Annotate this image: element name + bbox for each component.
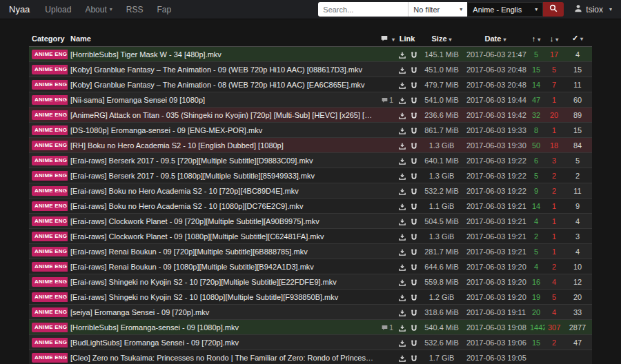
torrent-name-link[interactable]: [Erai-raws] Renai Boukun - 09 [1080p][Mu…: [70, 263, 314, 271]
header-leechers[interactable]: ↓▾: [545, 30, 563, 47]
category-badge[interactable]: ANIME ENG: [32, 216, 68, 226]
header-category[interactable]: Category: [29, 30, 68, 47]
torrent-name-link[interactable]: [Koby] Granblue Fantasy – The Animation …: [70, 81, 365, 89]
category-badge[interactable]: ANIME ENG: [32, 65, 68, 74]
torrent-name-link[interactable]: [Erai-raws] Boku no Hero Academia S2 - 1…: [70, 187, 299, 195]
torrent-name-link[interactable]: [Erai-raws] Boku no Hero Academia S2 - 1…: [70, 202, 304, 210]
magnet-icon[interactable]: [411, 67, 417, 74]
download-icon[interactable]: [399, 173, 406, 180]
magnet-icon[interactable]: [411, 188, 417, 195]
nav-item-upload[interactable]: Upload: [38, 5, 78, 14]
header-seeders[interactable]: ↑▾: [527, 30, 545, 47]
torrent-name-link[interactable]: [HorribleSubs] Tiger Mask W - 34 [480p].…: [70, 50, 221, 59]
torrent-name-link[interactable]: [Erai-raws] Clockwork Planet - 09 [720p]…: [70, 217, 319, 225]
magnet-icon[interactable]: [411, 355, 417, 362]
comments-link[interactable]: 1: [382, 96, 393, 104]
torrent-name-link[interactable]: [BudLightSubs] Eromanga Sensei - 09 [720…: [70, 338, 239, 347]
header-size[interactable]: Size▾: [420, 30, 464, 47]
category-badge[interactable]: ANIME ENG: [32, 277, 68, 287]
magnet-icon[interactable]: [411, 158, 417, 165]
download-icon[interactable]: [399, 52, 406, 59]
torrent-name-link[interactable]: [DS-1080p] Eromanga-sensei - 09 [ENG-MEX…: [70, 126, 262, 134]
download-icon[interactable]: [399, 355, 406, 362]
header-downloads[interactable]: ✓▾: [563, 30, 592, 47]
download-icon[interactable]: [399, 279, 406, 286]
download-icon[interactable]: [399, 249, 406, 256]
category-badge[interactable]: ANIME ENG: [32, 338, 68, 347]
download-icon[interactable]: [399, 97, 406, 104]
magnet-icon[interactable]: [411, 203, 417, 210]
category-badge[interactable]: ANIME ENG: [32, 95, 68, 105]
torrent-name-link[interactable]: [Erai-raws] Renai Boukun - 09 [720p][Mul…: [70, 247, 308, 256]
magnet-icon[interactable]: [411, 52, 417, 59]
category-badge[interactable]: ANIME ENG: [32, 50, 68, 59]
torrent-name-link[interactable]: [Nii-sama] Eromanga Sensei 09 [1080p]: [70, 96, 205, 104]
torrent-name-link[interactable]: [Erai-raws] Clockwork Planet - 09 [1080p…: [70, 232, 324, 241]
category-badge[interactable]: ANIME ENG: [32, 201, 68, 211]
download-icon[interactable]: [399, 128, 406, 134]
category-badge[interactable]: ANIME ENG: [32, 156, 68, 165]
torrent-name-link[interactable]: [Erai-raws] Shingeki no Kyojin S2 - 10 […: [70, 293, 338, 301]
torrent-name-link[interactable]: [seiya] Eromanga Sensei - 09 [720p].mkv: [70, 308, 209, 316]
magnet-icon[interactable]: [411, 294, 417, 301]
category-badge[interactable]: ANIME ENG: [32, 292, 68, 302]
category-badge[interactable]: ANIME ENG: [32, 353, 68, 363]
download-icon[interactable]: [399, 325, 406, 332]
filter-select[interactable]: No filter ▾: [408, 2, 467, 17]
torrent-name-link[interactable]: [Erai-raws] Berserk 2017 - 09.5 [720p][M…: [70, 156, 313, 165]
category-badge[interactable]: ANIME ENG: [32, 247, 68, 256]
torrent-name-link[interactable]: [AnimeRG] Attack on Titan - 035 (Shingek…: [70, 111, 378, 119]
nav-item-fap[interactable]: Fap: [150, 5, 178, 14]
magnet-icon[interactable]: [411, 143, 417, 150]
download-icon[interactable]: [399, 340, 406, 347]
magnet-icon[interactable]: [411, 310, 417, 316]
comments-link[interactable]: 1: [382, 323, 393, 332]
magnet-icon[interactable]: [411, 112, 417, 119]
category-badge[interactable]: ANIME ENG: [32, 232, 68, 241]
magnet-icon[interactable]: [411, 82, 417, 89]
torrent-name-link[interactable]: [RH] Boku no Hero Academia S2 - 10 [Engl…: [70, 141, 284, 150]
download-icon[interactable]: [399, 294, 406, 301]
brand-link[interactable]: Nyaa: [9, 4, 30, 14]
category-select[interactable]: Anime - Englis ▾: [467, 2, 543, 17]
magnet-icon[interactable]: [411, 219, 417, 225]
magnet-icon[interactable]: [411, 325, 417, 332]
search-button[interactable]: [543, 2, 564, 17]
category-badge[interactable]: ANIME ENG: [32, 307, 68, 317]
download-icon[interactable]: [399, 112, 406, 119]
torrent-name-link[interactable]: [HorribleSubs] Eromanga-sensei - 09 [108…: [70, 323, 239, 332]
category-badge[interactable]: ANIME ENG: [32, 141, 68, 150]
category-badge[interactable]: ANIME ENG: [32, 323, 68, 332]
torrent-name-link[interactable]: [Erai-raws] Shingeki no Kyojin S2 - 10 […: [70, 278, 337, 286]
download-icon[interactable]: [399, 310, 406, 316]
magnet-icon[interactable]: [411, 97, 417, 104]
category-badge[interactable]: ANIME ENG: [32, 186, 68, 196]
magnet-icon[interactable]: [411, 340, 417, 347]
category-badge[interactable]: ANIME ENG: [32, 110, 68, 120]
category-badge[interactable]: ANIME ENG: [32, 171, 68, 181]
download-icon[interactable]: [399, 203, 406, 210]
nav-item-about[interactable]: About ▾: [78, 5, 119, 14]
magnet-icon[interactable]: [411, 234, 417, 241]
download-icon[interactable]: [399, 188, 406, 195]
category-badge[interactable]: ANIME ENG: [32, 262, 68, 272]
search-input[interactable]: [318, 2, 408, 17]
download-icon[interactable]: [399, 234, 406, 241]
download-icon[interactable]: [399, 143, 406, 150]
download-icon[interactable]: [399, 67, 406, 74]
header-name[interactable]: Name: [68, 30, 378, 47]
magnet-icon[interactable]: [411, 279, 417, 286]
torrent-name-link[interactable]: [Erai-raws] Berserk 2017 - 09.5 [1080p][…: [70, 172, 315, 180]
download-icon[interactable]: [399, 158, 406, 165]
header-date[interactable]: Date▾: [464, 30, 527, 47]
user-menu[interactable]: tsiox ▾: [574, 4, 612, 14]
torrent-name-link[interactable]: [Cleo] Zero no Tsukaima: Princesses no R…: [70, 354, 378, 362]
download-icon[interactable]: [399, 219, 406, 225]
category-badge[interactable]: ANIME ENG: [32, 125, 68, 135]
magnet-icon[interactable]: [411, 128, 417, 134]
nav-item-rss[interactable]: RSS: [119, 5, 150, 14]
download-icon[interactable]: [399, 264, 406, 271]
header-comments[interactable]: ▾: [378, 30, 395, 47]
magnet-icon[interactable]: [411, 173, 417, 180]
category-badge[interactable]: ANIME ENG: [32, 80, 68, 90]
